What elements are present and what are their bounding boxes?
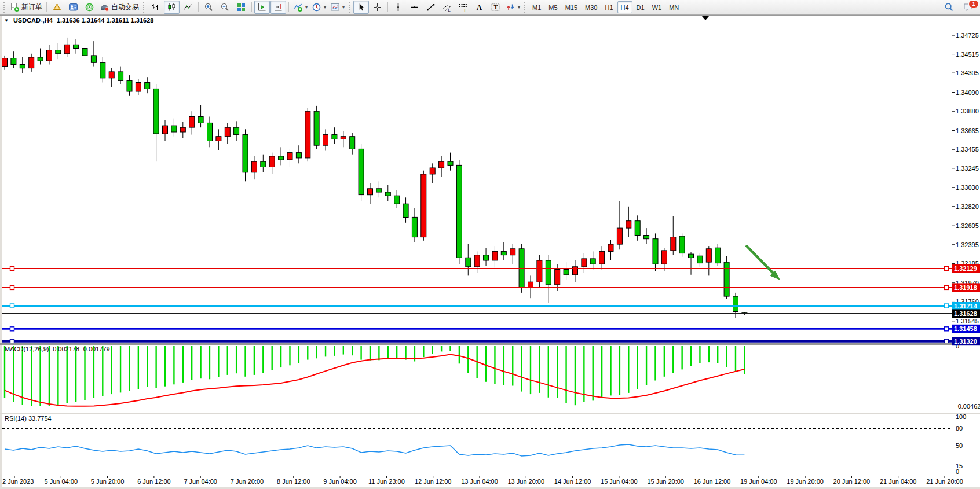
timeframe-w1-button[interactable]: W1: [649, 1, 665, 13]
notifications-button[interactable]: 1: [960, 2, 976, 13]
zoom-out-icon: [220, 2, 230, 12]
line-chart-button[interactable]: [180, 1, 196, 14]
crosshair-button[interactable]: [370, 1, 385, 14]
toolbar-separator: [288, 2, 289, 12]
cursor-button[interactable]: [353, 1, 369, 14]
chart-shift-button[interactable]: [270, 1, 286, 14]
svg-text:1.33030: 1.33030: [956, 184, 979, 191]
mql5-community-button[interactable]: [65, 1, 81, 14]
toolbar-grip: [524, 2, 526, 13]
zoom-in-icon: [204, 2, 214, 12]
svg-text:1.33880: 1.33880: [956, 108, 979, 115]
autotrading-button[interactable]: 自动交易: [98, 1, 141, 14]
svg-text:5 Jun 04:00: 5 Jun 04:00: [45, 478, 78, 485]
candlestick-icon: [167, 2, 177, 12]
chevron-down-icon: ▾: [324, 5, 326, 10]
chart-collapse-icon[interactable]: ▼: [4, 18, 9, 23]
rsi-axis-label: 50: [956, 442, 963, 449]
svg-text:1.31458: 1.31458: [954, 325, 977, 332]
equidistant-channel-icon: E: [442, 2, 452, 12]
equidistant-channel-button[interactable]: E: [439, 1, 455, 14]
svg-text:1.33665: 1.33665: [956, 127, 979, 134]
svg-text:13 Jun 20:00: 13 Jun 20:00: [507, 478, 544, 485]
zoom-out-button[interactable]: [217, 1, 233, 14]
text-button[interactable]: A: [471, 1, 487, 14]
crosshair-icon: [372, 2, 382, 12]
svg-text:1.34090: 1.34090: [956, 89, 979, 96]
text-label-icon: T: [491, 2, 500, 12]
indicators-button[interactable]: ▾: [291, 1, 309, 14]
timeframe-h1-button[interactable]: H1: [601, 1, 616, 13]
fibonacci-icon: F: [458, 2, 468, 12]
chart-ohlc-quote: 1.31636 1.31644 1.31611 1.31628: [57, 17, 154, 24]
svg-text:15 Jun 04:00: 15 Jun 04:00: [601, 478, 638, 485]
templates-button[interactable]: ▾: [328, 1, 346, 14]
search-button[interactable]: [941, 1, 957, 14]
svg-text:2 Jun 2023: 2 Jun 2023: [2, 478, 34, 485]
svg-text:A: A: [477, 3, 482, 12]
trendline-button[interactable]: [423, 1, 438, 14]
svg-text:1.33245: 1.33245: [956, 165, 979, 172]
mql5-community-icon: [68, 2, 78, 12]
svg-text:1.32605: 1.32605: [956, 222, 979, 229]
trendline-icon: [426, 2, 436, 12]
text-label-button[interactable]: T: [488, 1, 503, 14]
svg-text:1.31628: 1.31628: [954, 310, 977, 317]
timeframe-m1-button[interactable]: M1: [529, 1, 544, 13]
toolbar-separator: [387, 2, 388, 12]
signals-button[interactable]: [82, 1, 97, 14]
timeframe-m30-button[interactable]: M30: [582, 1, 601, 13]
timeframe-h4-button[interactable]: H4: [617, 1, 632, 13]
signals-icon: [85, 2, 94, 12]
periods-button[interactable]: ▾: [310, 1, 328, 14]
templates-icon: [330, 2, 340, 12]
svg-text:5 Jun 20:00: 5 Jun 20:00: [91, 478, 125, 485]
vertical-line-button[interactable]: [390, 1, 406, 14]
vertical-line-icon: [393, 2, 403, 12]
search-icon: [944, 2, 954, 12]
timeframe-m5-button[interactable]: M5: [545, 1, 561, 13]
metaeditor-icon: [52, 2, 62, 12]
auto-scroll-button[interactable]: [254, 1, 270, 14]
indicators-icon: [293, 2, 303, 12]
toolbar-separator: [198, 2, 199, 12]
svg-text:1.31545: 1.31545: [956, 318, 979, 325]
rsi-axis-label: 0: [956, 468, 959, 475]
svg-text:F: F: [465, 8, 467, 12]
svg-text:9 Jun 04:00: 9 Jun 04:00: [323, 478, 357, 485]
timeframe-d1-button[interactable]: D1: [633, 1, 648, 13]
tile-windows-button[interactable]: [233, 1, 249, 14]
svg-text:15 Jun 20:00: 15 Jun 20:00: [647, 478, 684, 485]
svg-text:16 Jun 12:00: 16 Jun 12:00: [694, 478, 731, 485]
horizontal-line-icon: [409, 2, 419, 12]
zoom-in-button[interactable]: [201, 1, 217, 14]
timeframe-m15-button[interactable]: M15: [562, 1, 581, 13]
rsi-label: RSI(14) 33.7754: [5, 415, 52, 422]
svg-text:19 Jun 20:00: 19 Jun 20:00: [787, 478, 824, 485]
svg-text:21 Jun 20:00: 21 Jun 20:00: [926, 478, 963, 485]
periods-icon: [312, 2, 321, 12]
horizontal-line-button[interactable]: [407, 1, 422, 14]
chevron-down-icon: ▾: [518, 5, 520, 10]
notification-badge: 1: [968, 0, 979, 8]
metaeditor-button[interactable]: [49, 1, 65, 14]
svg-text:14 Jun 12:00: 14 Jun 12:00: [554, 478, 591, 485]
new-order-button[interactable]: 新订单: [8, 1, 44, 14]
timeframe-mn-button[interactable]: MN: [665, 1, 682, 13]
svg-text:6 Jun 12:00: 6 Jun 12:00: [137, 478, 171, 485]
chevron-down-icon: ▾: [305, 5, 308, 10]
fibonacci-button[interactable]: F: [455, 1, 471, 14]
arrows-button[interactable]: ▾: [504, 1, 522, 14]
macd-axis-label: -0.004626: [956, 403, 980, 410]
svg-text:19 Jun 04:00: 19 Jun 04:00: [740, 478, 777, 485]
bar-chart-button[interactable]: [148, 1, 163, 14]
chevron-down-icon: ▾: [342, 5, 345, 10]
svg-text:1.34305: 1.34305: [956, 69, 979, 76]
svg-text:12 Jun 12:00: 12 Jun 12:00: [415, 478, 452, 485]
toolbar-grip: [142, 2, 145, 13]
svg-text:1.31918: 1.31918: [954, 284, 977, 291]
autotrading-button-label: 自动交易: [111, 2, 139, 12]
candlestick-button[interactable]: [164, 1, 180, 14]
svg-text:20 Jun 12:00: 20 Jun 12:00: [833, 478, 871, 485]
svg-text:8 Jun 12:00: 8 Jun 12:00: [277, 478, 310, 485]
